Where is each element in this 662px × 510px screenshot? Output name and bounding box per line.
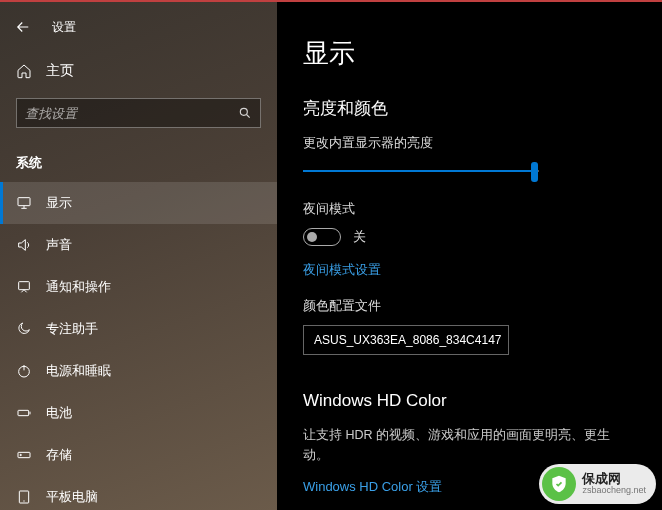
color-profile-label: 颜色配置文件 bbox=[303, 297, 636, 315]
sidebar-item-notifications[interactable]: 通知和操作 bbox=[0, 266, 277, 308]
power-icon bbox=[16, 363, 32, 379]
sidebar-item-battery[interactable]: 电池 bbox=[0, 392, 277, 434]
night-light-label: 夜间模式 bbox=[303, 200, 636, 218]
arrow-left-icon bbox=[14, 18, 32, 36]
brightness-label: 更改内置显示器的亮度 bbox=[303, 134, 636, 152]
sidebar-item-label: 电源和睡眠 bbox=[46, 362, 111, 380]
color-profile-value: ASUS_UX363EA_8086_834C4147 bbox=[314, 333, 501, 347]
storage-icon bbox=[16, 447, 32, 463]
sidebar-item-label: 通知和操作 bbox=[46, 278, 111, 296]
back-button[interactable] bbox=[12, 16, 34, 38]
sound-icon bbox=[16, 237, 32, 253]
hd-color-section-title: Windows HD Color bbox=[303, 391, 636, 411]
hd-color-description: 让支持 HDR 的视频、游戏和应用的画面更明亮、更生动。 bbox=[303, 425, 636, 465]
watermark-logo bbox=[542, 467, 576, 501]
sidebar-item-label: 显示 bbox=[46, 194, 72, 212]
home-icon bbox=[16, 63, 32, 79]
shield-icon bbox=[549, 474, 569, 494]
home-button[interactable]: 主页 bbox=[0, 52, 277, 90]
toggle-knob bbox=[307, 232, 317, 242]
tablet-icon bbox=[16, 489, 32, 505]
watermark: 保成网 zsbaocheng.net bbox=[539, 464, 656, 504]
moon-icon bbox=[16, 321, 32, 337]
slider-thumb[interactable] bbox=[531, 162, 538, 182]
svg-point-6 bbox=[20, 454, 21, 455]
sidebar-item-label: 电池 bbox=[46, 404, 72, 422]
svg-rect-4 bbox=[18, 410, 29, 415]
brightness-slider[interactable] bbox=[303, 162, 539, 182]
sidebar-item-display[interactable]: 显示 bbox=[0, 182, 277, 224]
sidebar-item-label: 存储 bbox=[46, 446, 72, 464]
sidebar-item-storage[interactable]: 存储 bbox=[0, 434, 277, 476]
sidebar-item-label: 专注助手 bbox=[46, 320, 98, 338]
sidebar-section-header: 系统 bbox=[0, 140, 277, 182]
page-title: 显示 bbox=[303, 36, 636, 71]
color-profile-dropdown[interactable]: ASUS_UX363EA_8086_834C4147 bbox=[303, 325, 509, 355]
night-light-state: 关 bbox=[353, 228, 366, 246]
svg-rect-1 bbox=[18, 198, 30, 206]
home-label: 主页 bbox=[46, 62, 74, 80]
hd-color-settings-link[interactable]: Windows HD Color 设置 bbox=[303, 478, 442, 496]
search-box[interactable] bbox=[16, 98, 261, 128]
sidebar-item-sound[interactable]: 声音 bbox=[0, 224, 277, 266]
monitor-icon bbox=[16, 195, 32, 211]
brightness-section-title: 亮度和颜色 bbox=[303, 97, 636, 120]
night-light-toggle[interactable] bbox=[303, 228, 341, 246]
search-icon bbox=[238, 106, 252, 120]
sidebar-item-tablet[interactable]: 平板电脑 bbox=[0, 476, 277, 510]
sidebar-item-power-sleep[interactable]: 电源和睡眠 bbox=[0, 350, 277, 392]
battery-icon bbox=[16, 405, 32, 421]
settings-title: 设置 bbox=[52, 19, 76, 36]
svg-rect-2 bbox=[19, 282, 30, 290]
watermark-title: 保成网 bbox=[582, 472, 646, 486]
sidebar-item-label: 声音 bbox=[46, 236, 72, 254]
night-light-settings-link[interactable]: 夜间模式设置 bbox=[303, 261, 381, 279]
sidebar-item-label: 平板电脑 bbox=[46, 488, 98, 506]
search-input[interactable] bbox=[25, 106, 238, 121]
sidebar-item-focus-assist[interactable]: 专注助手 bbox=[0, 308, 277, 350]
slider-fill bbox=[303, 170, 534, 172]
svg-point-0 bbox=[240, 108, 247, 115]
watermark-url: zsbaocheng.net bbox=[582, 486, 646, 496]
notification-icon bbox=[16, 279, 32, 295]
